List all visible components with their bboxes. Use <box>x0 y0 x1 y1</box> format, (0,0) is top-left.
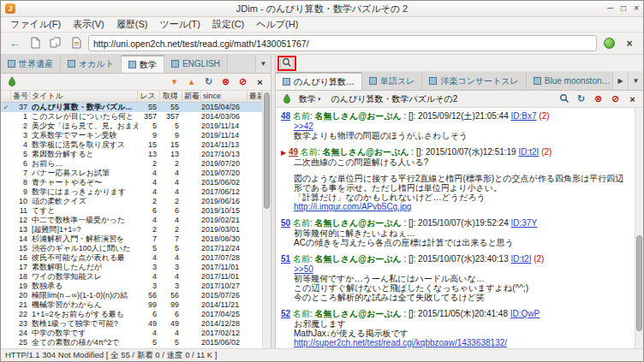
new-thread-button[interactable] <box>27 35 44 52</box>
post-link[interactable]: >>42 <box>294 122 629 131</box>
table-row[interactable]: 24 中学の数学です 4 4 2017/02/12 <box>1 329 262 338</box>
table-row[interactable]: 18 ワイの数学知能スレ 4 4 2017/11/01 <box>1 272 262 282</box>
board-scrollbar[interactable] <box>262 91 271 348</box>
delete-thread-log-button[interactable]: ⊗ <box>591 92 605 106</box>
reload-list-button[interactable]: ↻ <box>201 75 216 89</box>
menu-item[interactable]: ツール(T) <box>153 17 206 32</box>
scroll-up-button[interactable]: ▴ <box>184 75 199 89</box>
column-header[interactable]: 最新書込 <box>247 91 262 102</box>
thread-favorite-button[interactable] <box>279 92 294 106</box>
url-input[interactable] <box>88 35 597 51</box>
post-link[interactable]: >>50 <box>294 264 629 274</box>
search-pane-button[interactable] <box>280 57 294 69</box>
post-id-link[interactable]: ID:37Y <box>511 218 538 228</box>
post-author-link[interactable]: 名無しさん@おーぷん <box>314 111 401 121</box>
post-id-link[interactable]: ID:QwP <box>510 309 540 318</box>
delete-log-button[interactable]: ⊗ <box>218 75 233 89</box>
thread-scrollbar-thumb[interactable] <box>636 235 642 331</box>
table-row[interactable]: 15 渋谷のギャル100人に聞いた 5 5 2017/12/24 <box>1 244 262 253</box>
tab[interactable]: ENGLISH <box>164 55 228 73</box>
column-header[interactable]: 番号 <box>11 91 30 102</box>
table-row[interactable]: 3 文系数学でマーキン受験 9 9 2019/11/14 <box>1 131 262 140</box>
stop-thread-button[interactable]: ⊘ <box>608 92 623 106</box>
post-id-link[interactable]: ID:t2I <box>518 147 539 157</box>
tab[interactable]: 単語スレ <box>362 72 422 90</box>
table-row[interactable]: 17 素数解明したんだが 3 3 2017/11/01 <box>1 263 262 272</box>
reload-thread-button[interactable]: ↻ <box>574 92 588 106</box>
table-row[interactable]: 23 数検1級って独学で可能? 49 49 2014/12/28 <box>1 319 262 329</box>
tab[interactable]: 洋楽コンサートスレ <box>422 72 526 90</box>
table-row[interactable]: 2 美少女「ほら見て、見。おまえ 5 5 2019/11/14 <box>1 122 262 131</box>
write-button[interactable] <box>68 35 85 52</box>
table-row[interactable]: 13 [超難問]1+1=? 2 2 2019/03/01 <box>1 225 262 234</box>
table-row[interactable]: 8 青チャートやるぞ〜 4 4 2015/06/02 <box>1 178 262 187</box>
thread-tab-overflow-button[interactable]: ▼ <box>628 72 643 90</box>
table-row[interactable]: 21 機械学習がわからん 99 99 2014/11/21 <box>1 300 262 310</box>
tab[interactable]: オカルト <box>61 55 122 73</box>
tab[interactable]: のんびり算数… <box>276 72 362 90</box>
thread-tab-scroll-button[interactable]: ▶ <box>612 72 628 90</box>
post-link[interactable]: http://super2ch.net/test/read.cgi/kqbbzo… <box>294 338 629 347</box>
post-link[interactable]: http://i.imgur.com/APvb5Cg.jpg <box>294 202 629 211</box>
board-scrollbar-thumb[interactable] <box>264 92 270 209</box>
tab[interactable]: Blue moonston… <box>527 72 612 90</box>
tab[interactable]: 数学 <box>122 55 164 73</box>
post-author-link[interactable]: 名無しさん@おーぷん <box>314 309 401 318</box>
table-row[interactable]: 9 数学にはまっきょかります 4 4 2017/06/12 <box>1 187 262 197</box>
post-id-link[interactable]: ID:t2I <box>511 254 532 264</box>
table-row[interactable]: 1 このスレが目についたら何と 357 357 2014/03/06 <box>1 112 262 122</box>
minimize-button[interactable]: ─ <box>607 1 613 16</box>
menu-item[interactable]: 表示(V) <box>67 17 110 32</box>
column-header[interactable]: since <box>201 91 247 102</box>
post-number-link[interactable]: 50 <box>281 218 290 228</box>
board-selector[interactable]: 数学 ▾ <box>296 93 324 105</box>
table-row[interactable]: 5 素因数分解すると 13 13 2017/10/13 <box>1 150 262 159</box>
close-thread-tab-button[interactable]: × <box>625 92 640 106</box>
close-tab-button[interactable]: × <box>253 75 267 89</box>
menu-item[interactable]: 設定(C) <box>206 17 250 32</box>
post-author-link[interactable]: 名無しさん@おーぷん <box>314 218 401 228</box>
table-row[interactable]: 22 1+1=2をお前らがする最も 6 6 2017/04/25 <box>1 310 262 319</box>
stop-load-button[interactable]: ⊘ <box>236 75 250 89</box>
post-author-link[interactable]: 名無しさん@おーぷん <box>314 254 401 264</box>
post-author-link[interactable]: 名無しさん@おーぷん <box>322 147 408 157</box>
close-button[interactable]: × <box>634 1 639 16</box>
titlebar[interactable]: J JDim - のんびり算数・数学パズルその 2 ─ □ × <box>1 1 643 17</box>
clear-url-button[interactable]: × <box>621 35 638 52</box>
board-favorite-button[interactable] <box>4 75 19 89</box>
menu-item[interactable]: 履歴(S) <box>110 17 154 32</box>
table-row[interactable]: 10 頭の柔軟クイズ 2 2 2019/06/16 <box>1 197 262 206</box>
maximize-button[interactable]: □ <box>621 1 626 16</box>
column-header[interactable]: 取得 <box>160 91 182 102</box>
column-header[interactable]: レス <box>138 91 160 102</box>
column-header[interactable]: 新着 <box>182 91 201 102</box>
search-button[interactable] <box>557 92 571 106</box>
column-header[interactable] <box>1 91 11 102</box>
post-number-link[interactable]: 49 <box>289 147 298 157</box>
post-number-link[interactable]: 52 <box>281 309 290 318</box>
thread-scrollbar[interactable] <box>635 108 643 348</box>
menu-item[interactable]: ヘルプ(H) <box>250 17 304 32</box>
back-button[interactable]: ← <box>6 35 23 52</box>
board-tab-overflow-button[interactable]: ▼ <box>255 55 271 73</box>
table-row[interactable]: 11 てすと 6 6 2019/10/15 <box>1 206 262 216</box>
menu-item[interactable]: ファイル(F) <box>4 17 67 32</box>
copy-document-button[interactable] <box>47 35 64 52</box>
table-row[interactable]: 20 極限lim(n→∞)(1-1·0)(n)の結 56 56 2015/07/… <box>1 291 262 300</box>
go-button[interactable] <box>600 35 617 52</box>
table-row[interactable]: 19 数独承る 3 3 2017/10/27 <box>1 282 262 291</box>
table-row[interactable]: 4 数学板に活気を取り戻すス 15 15 2014/11/13 <box>1 140 262 150</box>
table-row[interactable]: 6 お前ら… 2 2 2019/07/20 <box>1 159 262 169</box>
column-header[interactable]: タイトル <box>30 91 138 102</box>
table-row[interactable]: 7 バナー応募スレお試筆 4 4 2019/07/20 <box>1 169 262 178</box>
table-row[interactable]: ✓ 37 のんびり算数・数学パズル... 55 55 2015/04/26 <box>1 103 262 112</box>
post-id-link[interactable]: ID:Bx7 <box>511 111 537 121</box>
table-row[interactable]: 16 彼氏不可能な点が表れる最 4 4 2017/07/28 <box>1 253 262 263</box>
table-row[interactable]: 12 中二で数検準一級受かった 4 4 2019/02/21 <box>1 216 262 225</box>
scroll-down-button[interactable]: ▾ <box>167 75 182 89</box>
post-number-link[interactable]: 48 <box>281 111 290 121</box>
tab[interactable]: 世界遺産 <box>1 55 61 73</box>
post-number-link[interactable]: 51 <box>281 254 290 264</box>
table-row[interactable]: 25 全ての素数の積が4π^2で 5 5 2015/06/02 <box>1 338 262 347</box>
table-row[interactable]: 14 杉浦解析入門・解析演習を 7 7 2018/08/30 <box>1 234 262 244</box>
